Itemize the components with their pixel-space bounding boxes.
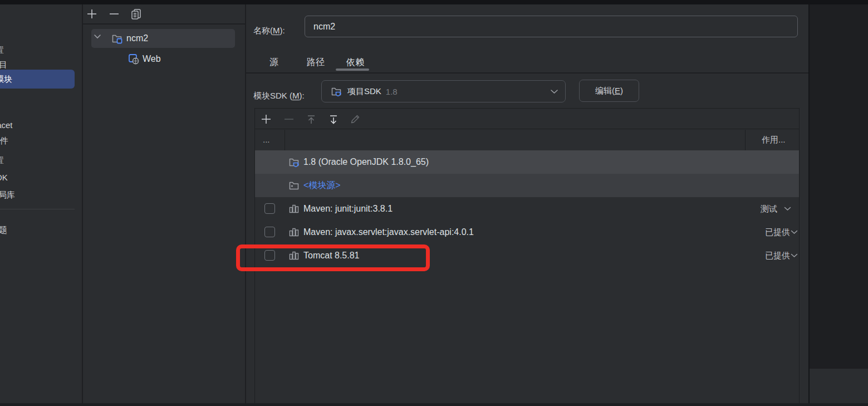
dialog-right-edge: [808, 4, 810, 406]
chevron-down-icon: [791, 253, 798, 258]
column-divider: [285, 130, 285, 150]
pencil-icon: [350, 114, 361, 125]
sidebar-item-global-libraries[interactable]: 全局库: [0, 189, 15, 201]
project-structure-dialog: 项目设置 项目 模块 库 Facet 工件 平台设置 SDK 全局库 问题: [0, 0, 868, 406]
dependencies-rows: 1.8 (Oracle OpenJDK 1.8.0_65) <模块源>: [255, 150, 799, 267]
copy-icon: [129, 7, 143, 21]
tree-expand-chevron-icon[interactable]: [92, 31, 102, 41]
library-icon: [288, 226, 300, 238]
copy-module-button[interactable]: [129, 7, 143, 21]
edit-dependency-button[interactable]: [348, 112, 362, 126]
scope-select[interactable]: 已提供: [765, 244, 798, 267]
tree-row-web-label: Web: [143, 53, 161, 65]
scope-value: 已提供: [765, 227, 790, 238]
module-icon: [111, 32, 123, 45]
move-up-icon: [306, 114, 317, 125]
scope-select[interactable]: 测试: [761, 197, 791, 221]
sdk-version: 1.8: [386, 87, 550, 96]
dependency-row-module-source[interactable]: <模块源>: [255, 174, 799, 197]
export-checkbox[interactable]: [264, 227, 275, 237]
tab-dependencies[interactable]: 依赖: [346, 56, 364, 69]
move-down-button[interactable]: [326, 112, 341, 126]
export-checkbox[interactable]: [264, 203, 275, 214]
dependencies-toolbar: [255, 109, 799, 129]
column-header-export: ...: [263, 134, 270, 145]
tab-paths[interactable]: 路径: [307, 56, 325, 69]
dependency-name: Tomcat 8.5.81: [303, 250, 360, 262]
chevron-down-icon: [550, 89, 558, 94]
plus-icon: [86, 8, 98, 20]
sidebar-tree-divider: [82, 4, 83, 406]
sidebar-header-project-settings: 项目设置: [0, 44, 4, 56]
module-sdk-label: 模块SDK (M):: [253, 90, 305, 102]
export-checkbox[interactable]: [264, 250, 275, 261]
sidebar-item-problems[interactable]: 问题: [0, 224, 7, 236]
tree-main-divider: [245, 4, 246, 406]
plus-icon: [261, 114, 272, 125]
scope-value: 已提供: [765, 251, 790, 261]
active-tab-underline: [336, 69, 369, 71]
sidebar-item-modules[interactable]: 模块: [0, 73, 12, 85]
settings-sidebar: 项目设置 项目 模块 库 Facet 工件 平台设置 SDK 全局库 问题: [0, 4, 82, 406]
remove-module-button[interactable]: [107, 7, 121, 21]
sdk-icon: [330, 85, 342, 97]
add-dependency-button[interactable]: [259, 112, 273, 126]
window-top-edge: [0, 0, 868, 4]
minus-icon: [108, 8, 120, 20]
sidebar-header-platform-settings: 平台设置: [0, 154, 4, 167]
tab-sources[interactable]: 源: [269, 56, 278, 69]
module-name-input[interactable]: [305, 16, 798, 37]
library-icon: [288, 203, 300, 215]
dependency-row-servlet-api[interactable]: Maven: javax.servlet:javax.servlet-api:4…: [255, 221, 799, 244]
remove-dependency-button[interactable]: [282, 112, 296, 126]
sidebar-item-artifacts[interactable]: 工件: [0, 135, 8, 147]
move-down-icon: [328, 114, 339, 125]
dependency-row-junit[interactable]: Maven: junit:junit:3.8.1 测试: [255, 197, 799, 221]
module-editor-panel: 名称(M): 源 路径 依赖 模块SDK (M): 项目SDK 1.8 编辑(E…: [246, 4, 808, 406]
dependency-row-tomcat[interactable]: Tomcat 8.5.81 已提供: [255, 244, 799, 267]
column-header-scope: 作用...: [762, 134, 786, 145]
name-label: 名称(M):: [253, 25, 285, 37]
scope-value: 测试: [761, 204, 777, 214]
tree-row-web-facet[interactable]: Web: [127, 53, 217, 70]
tree-toolbar-separator: [83, 23, 245, 25]
sidebar-item-project[interactable]: 项目: [0, 58, 7, 71]
right-background-dark: [810, 4, 868, 369]
dependencies-table: ... 作用... 1.8 (Oracle OpenJDK 1.8.0_65): [254, 108, 800, 404]
web-facet-icon: [127, 53, 140, 65]
sidebar-item-facets[interactable]: Facet: [0, 119, 13, 131]
scope-select[interactable]: 已提供: [765, 221, 798, 244]
right-background-light: [810, 369, 868, 403]
move-up-button[interactable]: [304, 112, 318, 126]
sdk-selected-value: 项目SDK: [347, 86, 381, 97]
library-icon: [288, 250, 300, 262]
dependencies-table-header: ... 作用...: [255, 130, 799, 150]
window-bottom-edge: [0, 403, 868, 406]
module-sdk-select[interactable]: 项目SDK 1.8: [321, 80, 566, 102]
add-module-button[interactable]: [85, 7, 99, 21]
dependency-row-jdk[interactable]: 1.8 (Oracle OpenJDK 1.8.0_65): [255, 150, 799, 174]
chevron-down-icon: [784, 207, 791, 211]
modules-tree-panel: ncm2 Web: [83, 4, 245, 406]
column-divider: [745, 130, 746, 150]
source-folder-icon: [288, 179, 300, 192]
sidebar-divider: [0, 209, 75, 209]
dependency-name: Maven: javax.servlet:javax.servlet-api:4…: [303, 226, 474, 238]
chevron-down-icon: [791, 230, 798, 234]
dependency-name: 1.8 (Oracle OpenJDK 1.8.0_65): [303, 156, 429, 168]
tree-row-ncm2-label: ncm2: [126, 32, 148, 45]
edit-sdk-button[interactable]: 编辑(E): [579, 80, 639, 102]
sidebar-item-sdks[interactable]: SDK: [0, 172, 8, 184]
sdk-icon: [288, 156, 300, 168]
tabs-separator: [246, 72, 808, 74]
dependency-name: <模块源>: [303, 179, 341, 192]
dependency-name: Maven: junit:junit:3.8.1: [303, 203, 393, 215]
minus-icon: [283, 114, 295, 125]
